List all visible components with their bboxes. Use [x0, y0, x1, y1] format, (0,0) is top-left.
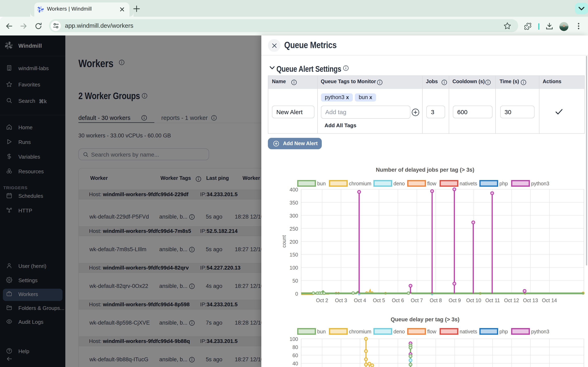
svg-text:250: 250: [290, 226, 298, 232]
svg-text:nativets: nativets: [459, 181, 477, 186]
svg-text:100: 100: [290, 265, 298, 271]
svg-text:bun: bun: [317, 329, 326, 334]
svg-text:Oct 3: Oct 3: [335, 298, 347, 303]
svg-text:60: 60: [292, 352, 298, 358]
svg-text:Oct 7: Oct 7: [411, 298, 423, 303]
svg-text:80: 80: [292, 344, 298, 350]
svg-text:chromium: chromium: [349, 181, 371, 186]
svg-text:400: 400: [290, 187, 298, 192]
svg-text:Number of delayed jobs per tag: Number of delayed jobs per tag (> 3s): [376, 167, 474, 173]
svg-text:150: 150: [290, 252, 298, 258]
svg-text:python3: python3: [531, 329, 549, 334]
svg-text:350: 350: [290, 200, 298, 206]
svg-text:Oct 5: Oct 5: [373, 298, 385, 303]
svg-text:Oct 2: Oct 2: [316, 298, 328, 303]
svg-text:300: 300: [290, 213, 298, 218]
svg-text:Oct 11: Oct 11: [485, 298, 500, 303]
svg-text:50: 50: [292, 278, 298, 284]
svg-text:python3: python3: [531, 181, 549, 186]
svg-text:deno: deno: [393, 181, 405, 186]
svg-text:40: 40: [292, 361, 298, 366]
svg-text:Oct 9: Oct 9: [449, 298, 461, 303]
svg-text:bun: bun: [317, 181, 326, 186]
svg-text:chromium: chromium: [349, 329, 371, 334]
svg-text:count: count: [281, 235, 287, 248]
svg-text:Oct 6: Oct 6: [392, 298, 404, 303]
svg-text:flow: flow: [427, 329, 436, 334]
svg-text:php: php: [499, 329, 508, 334]
svg-text:Oct 4: Oct 4: [354, 298, 366, 303]
svg-text:Oct 14: Oct 14: [542, 298, 557, 303]
svg-text:nativets: nativets: [459, 329, 477, 334]
svg-text:100: 100: [290, 336, 298, 342]
svg-text:php: php: [499, 181, 508, 186]
svg-text:Queue delay per tag (> 3s): Queue delay per tag (> 3s): [391, 317, 459, 323]
svg-text:Oct 10: Oct 10: [466, 298, 481, 303]
svg-text:Oct 8: Oct 8: [430, 298, 442, 303]
svg-text:Oct 12: Oct 12: [504, 298, 519, 303]
svg-text:200: 200: [290, 239, 298, 245]
svg-text:flow: flow: [427, 181, 436, 186]
svg-text:deno: deno: [393, 329, 405, 334]
svg-text:0: 0: [295, 291, 298, 297]
svg-text:Oct 13: Oct 13: [523, 298, 538, 303]
